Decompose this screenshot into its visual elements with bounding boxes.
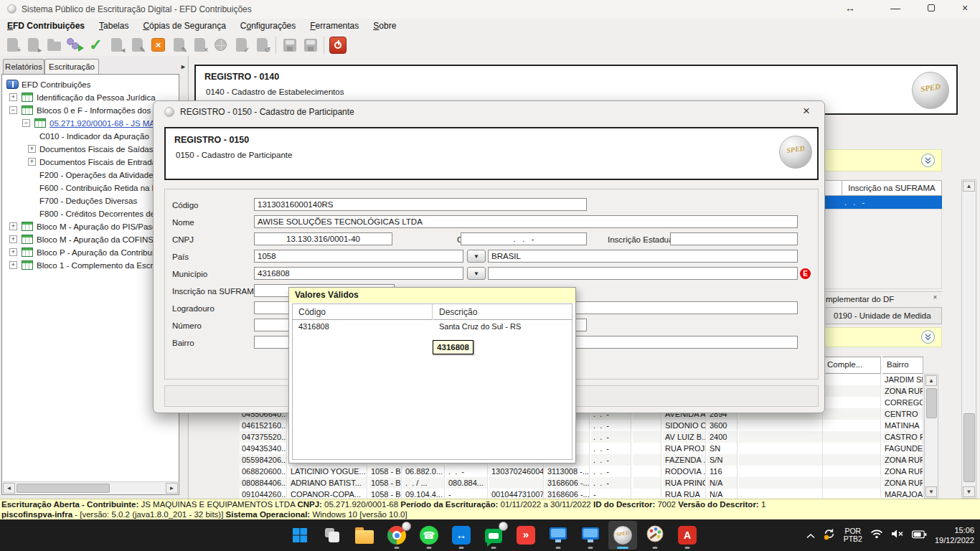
cell-numero[interactable]: SN bbox=[707, 443, 738, 454]
language-indicator[interactable]: POR PTB2 bbox=[844, 527, 862, 543]
cell-codigo[interactable]: 049435340... bbox=[240, 443, 287, 454]
cell-codigo[interactable]: 091044260... bbox=[240, 489, 287, 499]
cancel-button[interactable]: × bbox=[148, 35, 169, 55]
cell-municipio[interactable]: 3113008 -... bbox=[545, 466, 590, 477]
cell-b1[interactable] bbox=[633, 431, 661, 443]
field-pais-nome[interactable]: BRASIL bbox=[488, 250, 798, 263]
menu-configura-es[interactable]: Configurações bbox=[233, 19, 303, 34]
cell-cnpj[interactable]: 09.104.4... bbox=[403, 489, 445, 499]
tree-expander-icon[interactable]: + bbox=[28, 158, 36, 166]
cell-ie[interactable]: 0010447310070 bbox=[489, 489, 544, 499]
refresh-record-button[interactable]: ↺ bbox=[252, 35, 273, 55]
close-button[interactable]: × bbox=[954, 2, 976, 14]
selected-establishment-row[interactable]: . . - bbox=[823, 196, 942, 209]
open-folder-button[interactable] bbox=[44, 35, 65, 55]
tree-expander-icon[interactable]: + bbox=[9, 235, 17, 243]
taskbar-sped-app[interactable]: SPED bbox=[608, 521, 637, 550]
menu-efd-contribui-es[interactable]: EFD Contribuições bbox=[0, 19, 92, 34]
cell-bairro[interactable]: CASTRO PI... bbox=[882, 431, 923, 443]
tab-close-icon[interactable]: × bbox=[930, 293, 940, 303]
cell-codigo[interactable]: 080884406... bbox=[240, 477, 287, 489]
cell-comple[interactable] bbox=[823, 385, 881, 397]
next-record-button[interactable]: ▸ bbox=[23, 35, 44, 55]
cell-pais[interactable]: 1058 - B... bbox=[369, 489, 402, 499]
battery-icon[interactable] bbox=[912, 529, 927, 542]
confirm-record-button[interactable]: ✓ bbox=[231, 35, 252, 55]
tab-relatorios[interactable]: Relatórios bbox=[3, 59, 44, 74]
exit-power-button[interactable] bbox=[327, 35, 348, 55]
collapse-chevron-icon[interactable] bbox=[921, 154, 935, 167]
table-vertical-scrollbar[interactable]: ▲ ▼ bbox=[924, 374, 938, 499]
tree-expander-icon[interactable]: − bbox=[9, 106, 17, 114]
taskbar-google-chat[interactable] bbox=[479, 521, 508, 550]
cell-b1[interactable] bbox=[633, 454, 661, 466]
onedrive-sync-icon[interactable] bbox=[823, 528, 836, 543]
tree-expander-icon[interactable]: + bbox=[28, 145, 36, 153]
win-scroll-down-icon[interactable]: ▼ bbox=[963, 486, 975, 497]
field-municipio-codigo[interactable]: 4316808 bbox=[254, 267, 463, 280]
maximize-button[interactable] bbox=[920, 2, 942, 14]
tree-horizontal-scrollbar[interactable]: ◄ ► bbox=[3, 481, 178, 494]
taskbar-chrome[interactable] bbox=[382, 521, 411, 550]
cell-b1[interactable] bbox=[633, 477, 661, 489]
tab-complementar-df[interactable]: mplementar do DF bbox=[823, 291, 942, 307]
cell-b2[interactable] bbox=[739, 420, 823, 431]
scroll-left-icon[interactable]: ◄ bbox=[3, 483, 15, 494]
scroll-right-icon[interactable]: ► bbox=[166, 483, 178, 494]
municipio-dropdown-icon[interactable]: ▼ bbox=[467, 267, 486, 280]
cell-codigo[interactable]: 055984206... bbox=[240, 454, 287, 466]
cell-logradouro[interactable]: RUA PROJE... bbox=[663, 443, 706, 454]
dialog-titlebar[interactable]: REGISTRO - 0150 - Cadastro de Participan… bbox=[154, 101, 824, 123]
new-record-button[interactable]: + bbox=[2, 35, 23, 55]
column-header-bairro[interactable]: Bairro bbox=[882, 357, 923, 374]
cell-ie[interactable]: 1303702460049 bbox=[489, 466, 544, 477]
cell-suframa[interactable]: . . - bbox=[591, 431, 631, 443]
cell-suframa[interactable]: - bbox=[591, 489, 631, 499]
wifi-icon[interactable] bbox=[870, 529, 883, 542]
process-gears-button[interactable] bbox=[65, 35, 85, 55]
cell-nome[interactable]: ADRIANO BATIST... bbox=[288, 477, 367, 489]
scroll-thumb[interactable] bbox=[17, 484, 110, 493]
cell-numero[interactable]: 116 bbox=[707, 466, 738, 477]
cell-cnpj[interactable]: . . / ... bbox=[403, 477, 445, 489]
cell-logradouro[interactable]: RUA RUA bbox=[663, 489, 706, 499]
window-vertical-scrollbar[interactable]: ▲ ▼ bbox=[961, 179, 976, 499]
cell-b1[interactable] bbox=[633, 466, 661, 477]
tree-expander-icon[interactable]: + bbox=[9, 261, 17, 269]
cell-comple[interactable] bbox=[823, 431, 881, 443]
tree-expander-icon[interactable]: + bbox=[9, 93, 17, 101]
cell-bairro[interactable]: ZONA RUR... bbox=[882, 466, 923, 477]
collapse-chevron-icon-2[interactable] bbox=[921, 330, 935, 344]
cell-logradouro[interactable]: AV LUIZ B... bbox=[663, 431, 706, 443]
cell-b2[interactable] bbox=[739, 431, 823, 443]
table-scroll-thumb[interactable] bbox=[926, 388, 937, 418]
tab-0190-unidade-medida[interactable]: 0190 - Unidade de Medida bbox=[823, 307, 942, 324]
cell-bairro[interactable]: MARAJOA... bbox=[882, 489, 923, 499]
cell-codigo[interactable]: 046152160... bbox=[240, 420, 287, 431]
taskbar-whatsapp[interactable]: ☎ bbox=[415, 521, 443, 550]
scroll-down-icon[interactable]: ▼ bbox=[925, 486, 937, 497]
scroll-up-icon[interactable]: ▲ bbox=[925, 375, 937, 386]
clock[interactable]: 15:06 19/12/2022 bbox=[935, 525, 974, 545]
save-button[interactable] bbox=[279, 35, 300, 55]
cell-comple[interactable] bbox=[823, 489, 881, 499]
edit-record-button[interactable]: ✎ bbox=[169, 35, 189, 55]
tree-item-efd[interactable]: EFD Contribuições bbox=[2, 79, 179, 91]
field-codigo[interactable]: 13130316000140RS bbox=[254, 198, 587, 211]
taskbar-start[interactable] bbox=[286, 521, 314, 550]
menu-c-pias-de-seguran-a[interactable]: Cópias de Segurança bbox=[136, 19, 232, 34]
cell-numero[interactable]: 3600 bbox=[707, 420, 738, 431]
cell-comple[interactable] bbox=[823, 374, 881, 385]
delete-record-button[interactable]: × bbox=[189, 35, 210, 55]
cell-codigo[interactable]: 047375520... bbox=[240, 431, 287, 443]
cell-suframa[interactable]: . . - bbox=[591, 477, 631, 489]
cell-codigo[interactable]: 068820600... bbox=[240, 466, 287, 477]
cell-suframa[interactable]: . . - bbox=[591, 466, 631, 477]
tray-chevron-up-icon[interactable] bbox=[806, 529, 815, 542]
cell-ie[interactable] bbox=[489, 477, 544, 489]
taskbar-acrobat[interactable]: A bbox=[673, 521, 702, 550]
taskbar-red-arrows-app[interactable]: » bbox=[512, 521, 540, 550]
cell-comple[interactable] bbox=[823, 420, 881, 431]
field-nome[interactable]: AWISE SOLUÇÕES TECNOLÓGICAS LTDA bbox=[254, 215, 798, 228]
validate-check-button[interactable]: ✓ bbox=[85, 35, 106, 55]
